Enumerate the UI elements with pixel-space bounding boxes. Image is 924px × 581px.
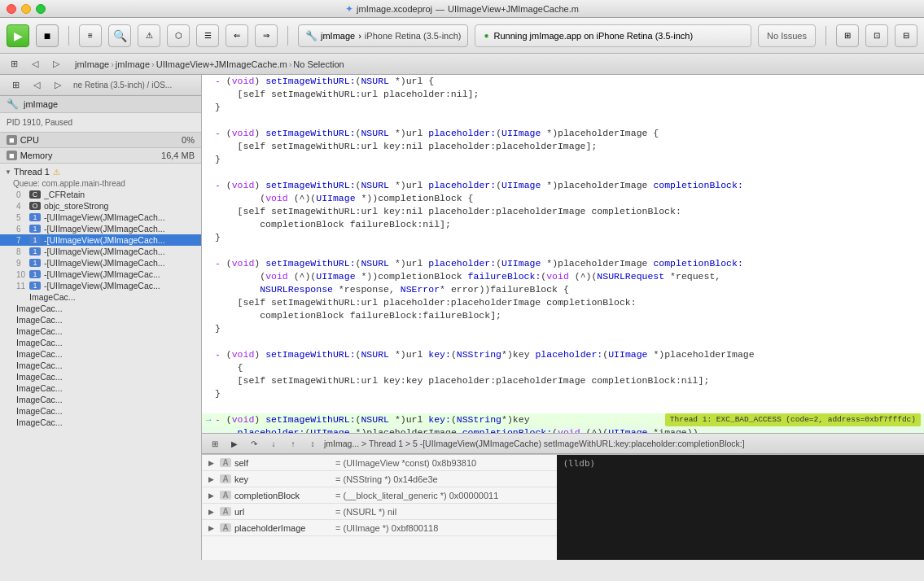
cpu-row: ■ CPU 0% xyxy=(0,133,201,148)
toolbar-divider-2 xyxy=(287,26,288,46)
execution-arrow: → xyxy=(202,413,215,426)
title-file: UIImageView+JMImageCache.m xyxy=(448,4,579,14)
stop-button[interactable]: ■ xyxy=(36,24,59,47)
code-line: - (void) setImageWithURL:(NSURL *)url ke… xyxy=(202,348,924,361)
frame-item-5[interactable]: 5 1 -[UIImageView(JMImageCach... xyxy=(0,212,201,223)
warning-icon: ⚠ xyxy=(53,168,60,177)
scheme-icon: 🔧 xyxy=(305,30,317,42)
expand-icon: ▼ xyxy=(5,168,11,176)
window-controls[interactable] xyxy=(7,4,46,14)
maximize-button[interactable] xyxy=(36,4,46,14)
debug-var-self[interactable]: ▶ A self = (UIImageView *const) 0x8b9381… xyxy=(202,455,557,471)
frame-item-0[interactable]: 0 C _CFRetain xyxy=(0,189,201,200)
error-code-line: → - (void) setImageWithURL:(NSURL *)url … xyxy=(202,413,924,426)
frame-type-icon: 1 xyxy=(29,282,41,290)
frame-item-23[interactable]: ImageCac... xyxy=(0,417,201,428)
nav-btn-left[interactable]: ⊞ xyxy=(5,56,23,72)
frame-item-9[interactable]: 9 1 -[UIImageView(JMImageCach... xyxy=(0,257,201,269)
sidebar-header: ⊞ ◁ ▷ ne Retina (3.5-inch) / iOS... xyxy=(0,75,201,96)
bt-step-over[interactable]: ↷ xyxy=(246,436,262,451)
frame-item-6[interactable]: 6 1 -[UIImageView(JMImageCach... xyxy=(0,223,201,234)
code-line: [self setImageWithURL:url key:nil placeh… xyxy=(202,205,924,218)
search-button[interactable]: 🔍 xyxy=(108,24,131,47)
frame-type-icon: 1 xyxy=(29,247,41,256)
nav-btn-next[interactable]: ▷ xyxy=(47,56,65,72)
frame-item-20[interactable]: ImageCac... xyxy=(0,382,201,394)
code-line xyxy=(202,335,924,348)
frame-item-18[interactable]: ImageCac... xyxy=(0,360,201,371)
var-value: = (UIImageView *const) 0x8b93810 xyxy=(335,458,476,468)
frame-item-4[interactable]: 4 O objc_storeStrong xyxy=(0,200,201,212)
bt-step-into[interactable]: ↓ xyxy=(265,436,282,451)
panel-toggle-3[interactable]: ⊟ xyxy=(895,24,917,47)
frame-item-11[interactable]: 11 1 -[UIImageView(JMImageCac... xyxy=(0,280,201,291)
debug-var-key[interactable]: ▶ A key = (NSString *) 0x14d6e3e xyxy=(202,471,557,487)
frame-item-21[interactable]: ImageCac... xyxy=(0,394,201,405)
frame-item-14[interactable]: ImageCac... xyxy=(0,314,201,325)
frame-item-16[interactable]: ImageCac... xyxy=(0,337,201,348)
frame-type-icon: 1 xyxy=(29,213,41,221)
panel-toggle-2[interactable]: ⊡ xyxy=(865,24,888,47)
code-line: - (void) setImageWithURL:(NSURL *)url pl… xyxy=(202,257,924,270)
nav-btn-prev[interactable]: ◁ xyxy=(26,56,44,72)
bottom-breadcrumb: jmImag... > Thread 1 > 5 -[UIImageView(J… xyxy=(324,439,919,448)
frame-item-22[interactable]: ImageCac... xyxy=(0,405,201,417)
code-line: } xyxy=(202,387,924,400)
cpu-icon: ■ xyxy=(7,135,17,145)
toolbar-divider-1 xyxy=(68,26,69,46)
lldb-panel[interactable]: (lldb) xyxy=(557,455,925,560)
main-toolbar: ▶ ■ ≡ 🔍 ⚠ ⬡ ☰ ⇐ ⇒ 🔧 jmImage › iPhone Ret… xyxy=(0,18,924,54)
run-button[interactable]: ▶ xyxy=(7,24,29,47)
frame-item-19[interactable]: ImageCac... xyxy=(0,371,201,382)
cpu-label: ■ CPU xyxy=(7,135,39,145)
breadcrumb-2[interactable]: jmImage xyxy=(116,59,150,69)
frame-item-7[interactable]: 7 1 -[UIImageView(JMImageCach... xyxy=(0,234,201,246)
breadcrumb-1[interactable]: jmImage xyxy=(75,59,109,69)
no-issues-badge: No Issues xyxy=(758,24,816,47)
nav-back[interactable]: ⇐ xyxy=(226,24,248,47)
frame-item-8[interactable]: 8 1 -[UIImageView(JMImageCach... xyxy=(0,246,201,257)
bt-btn-3[interactable]: ↕ xyxy=(304,436,321,451)
bt-btn-1[interactable]: ⊞ xyxy=(207,436,223,451)
bt-btn-2[interactable]: ▶ xyxy=(226,436,243,451)
main-layout: ⊞ ◁ ▷ ne Retina (3.5-inch) / iOS... 🔧 jm… xyxy=(0,75,924,560)
sidebar-btn-prev[interactable]: ◁ xyxy=(28,77,46,94)
frame-item-17[interactable]: ImageCac... xyxy=(0,348,201,360)
expand-arrow: ▶ xyxy=(208,491,217,500)
lldb-prompt: (lldb) xyxy=(563,458,596,469)
panel-toggle-1[interactable]: ⊞ xyxy=(836,24,859,47)
sidebar-btn-next[interactable]: ▷ xyxy=(49,77,67,94)
navigator-button[interactable]: ≡ xyxy=(79,24,102,47)
scheme-selector[interactable]: 🔧 jmImage › iPhone Retina (3.5-inch) xyxy=(298,24,468,47)
breakpoint-button[interactable]: ⬡ xyxy=(167,24,190,47)
frame-item-13[interactable]: ImageCac... xyxy=(0,303,201,314)
debug-var-placeholder[interactable]: ▶ A placeholderImage = (UIImage *) 0xbf8… xyxy=(202,520,557,536)
code-line: } xyxy=(202,231,924,244)
minimize-button[interactable] xyxy=(21,4,31,14)
close-button[interactable] xyxy=(7,4,16,14)
frame-item-12[interactable]: ImageCac... xyxy=(0,291,201,303)
memory-icon: ■ xyxy=(7,151,17,160)
var-name: self xyxy=(234,458,332,468)
sidebar-btn-grid[interactable]: ⊞ xyxy=(7,77,24,94)
code-line: NSURLResponse *response, NSError* error)… xyxy=(202,283,924,296)
bt-step-out[interactable]: ↑ xyxy=(285,436,301,451)
code-editor: - (void) setImageWithURL:(NSURL *)url { … xyxy=(202,75,924,560)
warning-button[interactable]: ⚠ xyxy=(138,24,160,47)
nav-forward[interactable]: ⇒ xyxy=(255,24,278,47)
app-icon: 🔧 xyxy=(7,98,19,110)
scheme-arrow: › xyxy=(358,31,361,41)
thread-header[interactable]: ▼ Thread 1 ⚠ xyxy=(0,165,201,178)
title-project: jmImage.xcodeproj xyxy=(357,4,432,14)
layout-button[interactable]: ☰ xyxy=(196,24,219,47)
frame-type-icon: 1 xyxy=(29,236,41,244)
breadcrumb-3[interactable]: UIImageView+JMImageCache.m xyxy=(156,59,287,69)
debug-var-url[interactable]: ▶ A url = (NSURL *) nil xyxy=(202,504,557,520)
code-content[interactable]: - (void) setImageWithURL:(NSURL *)url { … xyxy=(202,75,924,433)
debug-var-completion[interactable]: ▶ A completionBlock = (__block_literal_g… xyxy=(202,487,557,504)
breadcrumb-4[interactable]: No Selection xyxy=(293,59,344,69)
frame-type-icon: O xyxy=(29,202,41,210)
frame-item-10[interactable]: 10 1 -[UIImageView(JMImageCac... xyxy=(0,269,201,280)
frame-item-15[interactable]: ImageCac... xyxy=(0,325,201,337)
var-type-badge: A xyxy=(220,507,231,516)
